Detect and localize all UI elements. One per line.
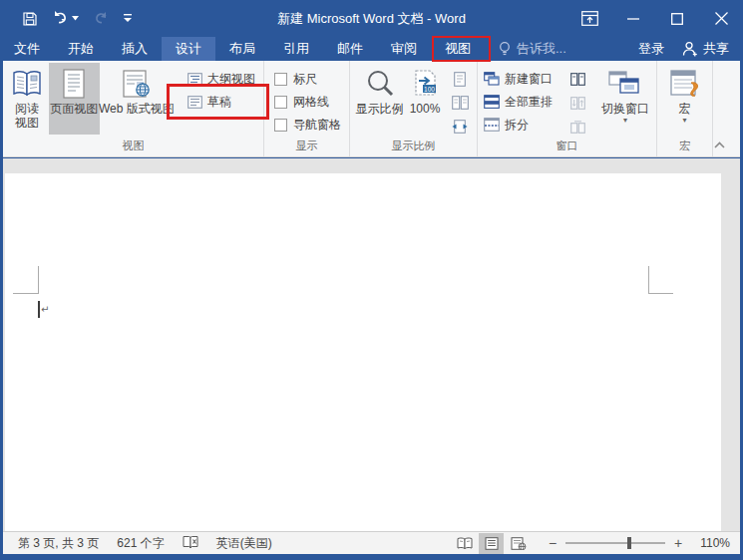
zoom-button-label: 显示比例 [356, 102, 404, 116]
collapse-ribbon-button[interactable] [706, 137, 732, 152]
share-button[interactable]: 共享 [676, 40, 743, 58]
tell-me-box[interactable]: 告诉我... [489, 37, 576, 61]
tab-row-right: 登录 共享 [626, 37, 743, 61]
read-mode-label: 阅读视图 [13, 102, 41, 130]
sign-in-button[interactable]: 登录 [626, 40, 676, 58]
undo-button[interactable] [52, 11, 79, 26]
group-zoom: 显示比例 100 100% [350, 61, 478, 156]
paragraph-mark: ↵ [41, 304, 49, 315]
zoom-in-button[interactable]: + [672, 535, 684, 551]
arrange-all-icon [484, 95, 500, 109]
zoom-out-button[interactable]: − [547, 535, 558, 551]
zoom-button[interactable]: 显示比例 [356, 63, 403, 135]
nav-pane-checkbox[interactable]: 导航窗格 [274, 116, 341, 134]
draft-view-label: 草稿 [207, 94, 231, 111]
ribbon-tab-row: 文件 开始 插入 设计 布局 引用 邮件 审阅 视图 告诉我... 登录 共享 [0, 37, 743, 61]
save-button[interactable] [22, 11, 38, 27]
tab-mailings[interactable]: 邮件 [323, 37, 377, 61]
page-width-icon [452, 120, 468, 134]
ruler-checkbox[interactable]: 标尺 [274, 70, 341, 88]
tab-design[interactable]: 设计 [162, 37, 215, 61]
collapse-ribbon-icon [714, 141, 725, 148]
minimize-button[interactable] [611, 0, 655, 37]
zoom-slider-track[interactable] [565, 542, 665, 544]
status-bar: 第 3 页, 共 3 页 621 个字 英语(美国) − + 110% [3, 531, 740, 554]
outline-view-button[interactable]: 大纲视图 [187, 70, 255, 88]
group-macros: 宏 ▾ 宏 [657, 61, 713, 156]
macros-button[interactable]: 宏 ▾ [663, 63, 707, 135]
proofing-status-button[interactable] [174, 535, 207, 552]
tab-review[interactable]: 审阅 [377, 37, 431, 61]
lightbulb-icon [499, 41, 511, 57]
web-layout-label: Web 版式视图 [99, 102, 175, 116]
zoom-magnifier-icon [365, 66, 395, 102]
page-indicator[interactable]: 第 3 页, 共 3 页 [9, 535, 108, 552]
macros-label: 宏 [679, 102, 691, 116]
arrange-all-button[interactable]: 全部重排 [484, 93, 553, 111]
zoom-percentage[interactable]: 110% [686, 536, 730, 550]
tab-home[interactable]: 开始 [54, 37, 108, 61]
group-views: 阅读视图 页面视图 Web 版式视图 大 [3, 61, 264, 156]
print-layout-label: 页面视图 [50, 102, 98, 116]
synchronous-scrolling-button [566, 94, 588, 112]
new-window-icon [484, 72, 500, 86]
tab-file[interactable]: 文件 [0, 37, 54, 61]
status-print-layout-button[interactable] [479, 533, 504, 554]
customize-qat-icon [123, 14, 133, 23]
one-page-button[interactable] [449, 70, 471, 88]
group-label-window: 窗口 [478, 138, 656, 156]
document-page[interactable]: ↵ [5, 173, 721, 531]
view-side-by-side-button[interactable] [566, 70, 588, 88]
language-indicator[interactable]: 英语(美国) [207, 535, 281, 552]
minimize-icon [627, 13, 639, 25]
document-area[interactable]: ↵ [3, 158, 740, 531]
split-button[interactable]: 拆分 [484, 116, 553, 134]
macros-dropdown-arrow: ▾ [682, 117, 686, 125]
tab-view[interactable]: 视图 [431, 37, 485, 61]
multiple-pages-button[interactable] [449, 94, 471, 112]
ribbon-display-options-icon [581, 11, 598, 26]
undo-icon [52, 11, 70, 26]
customize-qat-button[interactable] [123, 14, 133, 23]
ribbon-display-options-button[interactable] [567, 0, 611, 37]
switch-windows-icon [608, 66, 642, 102]
title-bar: 新建 Microsoft Word 文档 - Word [0, 0, 743, 37]
status-web-layout-icon [511, 537, 527, 550]
margin-crop-mark-right [648, 266, 673, 294]
nav-pane-checkbox-box[interactable] [274, 119, 287, 132]
zoom-slider-thumb[interactable] [627, 537, 631, 549]
new-window-button[interactable]: 新建窗口 [484, 70, 553, 88]
tab-references[interactable]: 引用 [269, 37, 323, 61]
zoom-100-label: 100% [410, 102, 441, 116]
gridlines-checkbox-box[interactable] [274, 96, 287, 109]
read-mode-button[interactable]: 阅读视图 [5, 63, 49, 135]
close-button[interactable] [699, 0, 743, 37]
word-count[interactable]: 621 个字 [108, 535, 173, 552]
status-read-mode-button[interactable] [452, 533, 477, 554]
svg-text:100: 100 [424, 86, 435, 93]
web-layout-icon [122, 66, 152, 102]
reset-window-position-icon [570, 121, 585, 134]
maximize-button[interactable] [655, 0, 699, 37]
tab-insert[interactable]: 插入 [108, 37, 162, 61]
status-read-mode-icon [457, 537, 473, 550]
web-layout-button[interactable]: Web 版式视图 [100, 63, 174, 135]
gridlines-checkbox[interactable]: 网格线 [274, 93, 341, 111]
print-layout-button[interactable]: 页面视图 [49, 63, 100, 135]
reset-window-position-button [566, 118, 588, 136]
ruler-checkbox-box[interactable] [274, 73, 287, 86]
switch-windows-button[interactable]: 切换窗口 ▾ [596, 63, 654, 135]
nav-pane-label: 导航窗格 [293, 117, 341, 134]
group-window: 新建窗口 全部重排 拆分 [478, 61, 657, 156]
text-cursor [38, 301, 40, 318]
status-print-layout-icon [485, 537, 499, 550]
redo-button [93, 11, 109, 26]
status-web-layout-button[interactable] [506, 533, 531, 554]
draft-view-button[interactable]: 草稿 [187, 93, 255, 111]
tab-layout[interactable]: 布局 [215, 37, 269, 61]
page-width-button[interactable] [449, 118, 471, 136]
zoom-100-button[interactable]: 100 100% [403, 63, 447, 135]
person-add-icon [682, 41, 698, 57]
outline-view-icon [187, 73, 202, 86]
switch-windows-dropdown-arrow: ▾ [623, 117, 627, 125]
